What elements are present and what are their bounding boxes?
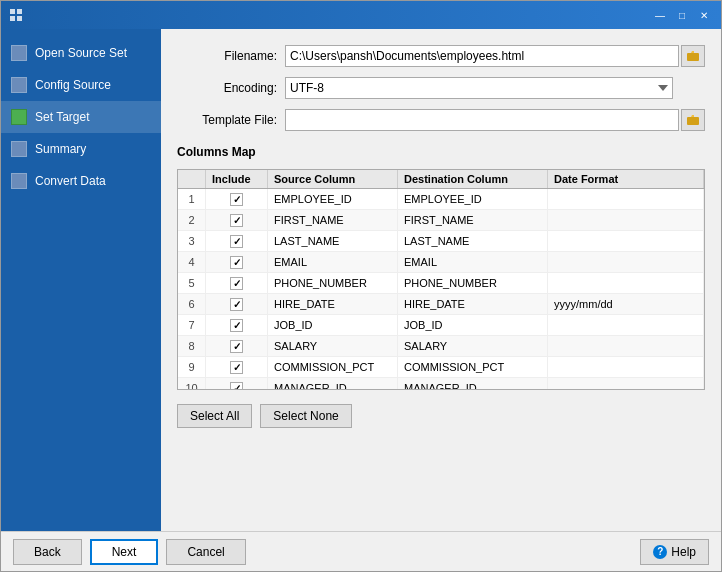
filename-row: Filename:: [177, 45, 705, 67]
close-button[interactable]: ✕: [695, 7, 713, 23]
minimize-button[interactable]: —: [651, 7, 669, 23]
footer-left: Back Next Cancel: [13, 539, 246, 565]
include-checkbox[interactable]: [230, 298, 243, 311]
table-row: 2 FIRST_NAME FIRST_NAME: [178, 210, 704, 231]
cell-include[interactable]: [206, 378, 268, 389]
cell-source: EMAIL: [268, 252, 398, 272]
sidebar-item-set-target[interactable]: Set Target: [1, 101, 161, 133]
content-area: Open Source Set Config Source Set Target…: [1, 29, 721, 531]
cell-include[interactable]: [206, 210, 268, 230]
include-checkbox[interactable]: [230, 235, 243, 248]
cell-dest: FIRST_NAME: [398, 210, 548, 230]
template-input[interactable]: [285, 109, 679, 131]
header-source: Source Column: [268, 170, 398, 188]
back-button[interactable]: Back: [13, 539, 82, 565]
cell-date: [548, 378, 704, 389]
encoding-select[interactable]: UTF-8 UTF-16 ISO-8859-1: [285, 77, 673, 99]
table-header: Include Source Column Destination Column…: [178, 170, 704, 189]
summary-icon: [11, 141, 27, 157]
table-row: 4 EMAIL EMAIL: [178, 252, 704, 273]
footer: Back Next Cancel ? Help: [1, 531, 721, 571]
cell-date: [548, 189, 704, 209]
cell-num: 10: [178, 378, 206, 389]
cell-dest: SALARY: [398, 336, 548, 356]
sidebar: Open Source Set Config Source Set Target…: [1, 29, 161, 531]
filename-browse-button[interactable]: [681, 45, 705, 67]
sidebar-item-config-source[interactable]: Config Source: [1, 69, 161, 101]
next-button[interactable]: Next: [90, 539, 159, 565]
svg-rect-4: [687, 53, 699, 61]
maximize-button[interactable]: □: [673, 7, 691, 23]
filename-input[interactable]: [285, 45, 679, 67]
cell-num: 3: [178, 231, 206, 251]
include-checkbox[interactable]: [230, 256, 243, 269]
cell-source: PHONE_NUMBER: [268, 273, 398, 293]
cell-source: MANAGER_ID: [268, 378, 398, 389]
include-checkbox[interactable]: [230, 193, 243, 206]
app-icon: [9, 8, 23, 22]
cell-include[interactable]: [206, 294, 268, 314]
table-row: 9 COMMISSION_PCT COMMISSION_PCT: [178, 357, 704, 378]
cell-source: FIRST_NAME: [268, 210, 398, 230]
folder-icon: [687, 114, 699, 126]
cell-source: EMPLOYEE_ID: [268, 189, 398, 209]
sidebar-item-label: Summary: [35, 142, 86, 156]
sidebar-item-label: Set Target: [35, 110, 89, 124]
open-source-set-icon: [11, 45, 27, 61]
cell-num: 7: [178, 315, 206, 335]
cell-dest: EMAIL: [398, 252, 548, 272]
help-button[interactable]: ? Help: [640, 539, 709, 565]
title-bar-controls: — □ ✕: [651, 7, 713, 23]
select-all-button[interactable]: Select All: [177, 404, 252, 428]
cancel-button[interactable]: Cancel: [166, 539, 245, 565]
encoding-row: Encoding: UTF-8 UTF-16 ISO-8859-1: [177, 77, 705, 99]
svg-rect-3: [17, 16, 22, 21]
template-row: Template File:: [177, 109, 705, 131]
include-checkbox[interactable]: [230, 319, 243, 332]
cell-include[interactable]: [206, 231, 268, 251]
footer-right: ? Help: [640, 539, 709, 565]
sidebar-item-label: Open Source Set: [35, 46, 127, 60]
cell-dest: MANAGER_ID: [398, 378, 548, 389]
cell-num: 6: [178, 294, 206, 314]
sidebar-item-label: Convert Data: [35, 174, 106, 188]
cell-date: [548, 231, 704, 251]
sidebar-item-open-source-set[interactable]: Open Source Set: [1, 37, 161, 69]
header-include: Include: [206, 170, 268, 188]
table-row: 7 JOB_ID JOB_ID: [178, 315, 704, 336]
include-checkbox[interactable]: [230, 277, 243, 290]
title-bar: — □ ✕: [1, 1, 721, 29]
cell-dest: EMPLOYEE_ID: [398, 189, 548, 209]
cell-source: COMMISSION_PCT: [268, 357, 398, 377]
select-none-button[interactable]: Select None: [260, 404, 351, 428]
include-checkbox[interactable]: [230, 214, 243, 227]
cell-include[interactable]: [206, 273, 268, 293]
cell-num: 2: [178, 210, 206, 230]
main-content: Filename: Encoding: UTF-8 UTF-16: [161, 29, 721, 531]
include-checkbox[interactable]: [230, 340, 243, 353]
template-browse-button[interactable]: [681, 109, 705, 131]
sidebar-item-summary[interactable]: Summary: [1, 133, 161, 165]
cell-num: 8: [178, 336, 206, 356]
cell-include[interactable]: [206, 336, 268, 356]
include-checkbox[interactable]: [230, 382, 243, 390]
table-body: 1 EMPLOYEE_ID EMPLOYEE_ID 2 FIRST_NAME F…: [178, 189, 704, 389]
cell-date: [548, 252, 704, 272]
cell-include[interactable]: [206, 189, 268, 209]
cell-dest: COMMISSION_PCT: [398, 357, 548, 377]
template-label: Template File:: [177, 113, 277, 127]
sidebar-item-convert-data[interactable]: Convert Data: [1, 165, 161, 197]
cell-include[interactable]: [206, 252, 268, 272]
sidebar-item-label: Config Source: [35, 78, 111, 92]
include-checkbox[interactable]: [230, 361, 243, 374]
convert-data-icon: [11, 173, 27, 189]
cell-include[interactable]: [206, 315, 268, 335]
selection-buttons: Select All Select None: [177, 404, 705, 428]
config-source-icon: [11, 77, 27, 93]
columns-map-title: Columns Map: [177, 145, 705, 159]
cell-include[interactable]: [206, 357, 268, 377]
table-row: 5 PHONE_NUMBER PHONE_NUMBER: [178, 273, 704, 294]
columns-map: Include Source Column Destination Column…: [177, 169, 705, 390]
cell-source: LAST_NAME: [268, 231, 398, 251]
table-row: 6 HIRE_DATE HIRE_DATE yyyy/mm/dd: [178, 294, 704, 315]
